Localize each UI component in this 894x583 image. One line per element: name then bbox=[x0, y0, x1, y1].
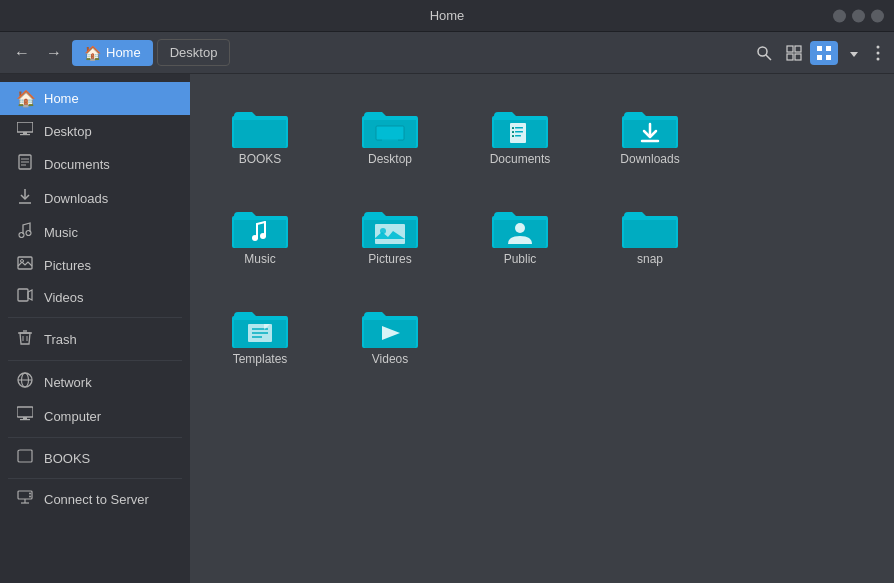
sidebar-item-pictures[interactable]: Pictures bbox=[0, 249, 190, 281]
svg-rect-9 bbox=[826, 55, 831, 60]
sidebar-item-downloads[interactable]: Downloads bbox=[0, 181, 190, 215]
svg-rect-41 bbox=[510, 123, 526, 143]
sidebar-label-books: BOOKS bbox=[44, 451, 90, 466]
window-title: Home bbox=[430, 8, 465, 23]
svg-line-1 bbox=[766, 55, 771, 60]
svg-rect-6 bbox=[817, 46, 822, 51]
svg-point-0 bbox=[758, 47, 767, 56]
folder-desktop-icon bbox=[360, 102, 420, 152]
sidebar-separator-2 bbox=[8, 360, 182, 361]
svg-rect-7 bbox=[826, 46, 831, 51]
sidebar-label-connect-server: Connect to Server bbox=[44, 492, 149, 507]
svg-point-21 bbox=[19, 233, 24, 238]
sidebar-item-network[interactable]: Network bbox=[0, 365, 190, 399]
sidebar-label-music: Music bbox=[44, 225, 78, 240]
sidebar-item-home[interactable]: 🏠 Home bbox=[0, 82, 190, 115]
svg-rect-46 bbox=[512, 135, 514, 137]
folder-templates-icon bbox=[230, 302, 290, 352]
view-options-icon bbox=[786, 45, 802, 61]
sort-icon bbox=[846, 45, 862, 61]
grid-view-button[interactable] bbox=[810, 41, 838, 65]
folder-books-label: BOOKS bbox=[239, 152, 282, 166]
folder-grid: BOOKS Desktop bbox=[210, 94, 874, 374]
svg-point-10 bbox=[877, 45, 880, 48]
svg-point-50 bbox=[260, 233, 266, 239]
folder-pictures-label: Pictures bbox=[368, 252, 411, 266]
folder-snap[interactable]: snap bbox=[600, 194, 700, 274]
folder-documents-label: Documents bbox=[490, 152, 551, 166]
home-icon: 🏠 bbox=[84, 45, 101, 61]
window-controls bbox=[833, 9, 884, 22]
trash-sidebar-icon bbox=[16, 329, 34, 349]
downloads-sidebar-icon bbox=[16, 188, 34, 208]
svg-rect-33 bbox=[23, 417, 27, 419]
sidebar-separator-4 bbox=[8, 478, 182, 479]
svg-point-37 bbox=[29, 496, 31, 498]
titlebar: Home bbox=[0, 0, 894, 32]
folder-snap-icon bbox=[620, 202, 680, 252]
sidebar-item-books[interactable]: BOOKS bbox=[0, 442, 190, 474]
folder-public-icon bbox=[490, 202, 550, 252]
svg-point-11 bbox=[877, 51, 880, 54]
folder-downloads[interactable]: Downloads bbox=[600, 94, 700, 174]
tab-desktop-label: Desktop bbox=[170, 45, 218, 60]
search-button[interactable] bbox=[750, 41, 778, 65]
svg-rect-51 bbox=[375, 224, 405, 244]
view-options-button[interactable] bbox=[780, 41, 808, 65]
sidebar-item-videos[interactable]: Videos bbox=[0, 281, 190, 313]
folder-pictures[interactable]: Pictures bbox=[340, 194, 440, 274]
sidebar-item-computer[interactable]: Computer bbox=[0, 399, 190, 433]
svg-point-22 bbox=[26, 231, 31, 236]
grid-icon bbox=[816, 45, 832, 61]
folder-music[interactable]: Music bbox=[210, 194, 310, 274]
svg-rect-8 bbox=[817, 55, 822, 60]
folder-videos[interactable]: Videos bbox=[340, 294, 440, 374]
sidebar-item-desktop[interactable]: Desktop bbox=[0, 115, 190, 147]
folder-documents-icon bbox=[490, 102, 550, 152]
network-sidebar-icon bbox=[16, 372, 34, 392]
search-icon bbox=[756, 45, 772, 61]
maximize-button[interactable] bbox=[852, 9, 865, 22]
documents-sidebar-icon bbox=[16, 154, 34, 174]
menu-button[interactable] bbox=[870, 41, 886, 65]
sidebar-item-connect-server[interactable]: Connect to Server bbox=[0, 483, 190, 515]
sidebar-item-music[interactable]: Music bbox=[0, 215, 190, 249]
folder-books[interactable]: BOOKS bbox=[210, 94, 310, 174]
sort-button[interactable] bbox=[840, 41, 868, 65]
tab-home[interactable]: 🏠 Home bbox=[72, 40, 153, 66]
content-area: BOOKS Desktop bbox=[190, 74, 894, 583]
folder-pictures-icon bbox=[360, 202, 420, 252]
svg-rect-34 bbox=[20, 419, 30, 420]
svg-rect-44 bbox=[512, 131, 514, 133]
svg-rect-14 bbox=[23, 132, 27, 134]
folder-desktop[interactable]: Desktop bbox=[340, 94, 440, 174]
tab-home-label: Home bbox=[106, 45, 141, 60]
back-button[interactable]: ← bbox=[8, 40, 36, 66]
folder-templates-label: Templates bbox=[233, 352, 288, 366]
sidebar-label-desktop: Desktop bbox=[44, 124, 92, 139]
svg-rect-2 bbox=[787, 46, 793, 52]
svg-rect-43 bbox=[515, 127, 523, 129]
sidebar-label-downloads: Downloads bbox=[44, 191, 108, 206]
forward-button[interactable]: → bbox=[40, 40, 68, 66]
main-layout: 🏠 Home Desktop Documents Downloads Mu bbox=[0, 74, 894, 583]
folder-downloads-icon bbox=[620, 102, 680, 152]
svg-rect-4 bbox=[787, 54, 793, 60]
minimize-button[interactable] bbox=[833, 9, 846, 22]
sidebar: 🏠 Home Desktop Documents Downloads Mu bbox=[0, 74, 190, 583]
desktop-sidebar-icon bbox=[16, 122, 34, 140]
folder-music-label: Music bbox=[244, 252, 275, 266]
svg-point-53 bbox=[515, 223, 525, 233]
close-button[interactable] bbox=[871, 9, 884, 22]
svg-rect-45 bbox=[515, 131, 523, 133]
folder-desktop-label: Desktop bbox=[368, 152, 412, 166]
folder-documents[interactable]: Documents bbox=[470, 94, 570, 174]
sidebar-label-home: Home bbox=[44, 91, 79, 106]
tab-desktop[interactable]: Desktop bbox=[157, 39, 231, 66]
sidebar-item-trash[interactable]: Trash bbox=[0, 322, 190, 356]
pictures-sidebar-icon bbox=[16, 256, 34, 274]
toolbar: ← → 🏠 Home Desktop bbox=[0, 32, 894, 74]
folder-templates[interactable]: Templates bbox=[210, 294, 310, 374]
sidebar-item-documents[interactable]: Documents bbox=[0, 147, 190, 181]
folder-public[interactable]: Public bbox=[470, 194, 570, 274]
